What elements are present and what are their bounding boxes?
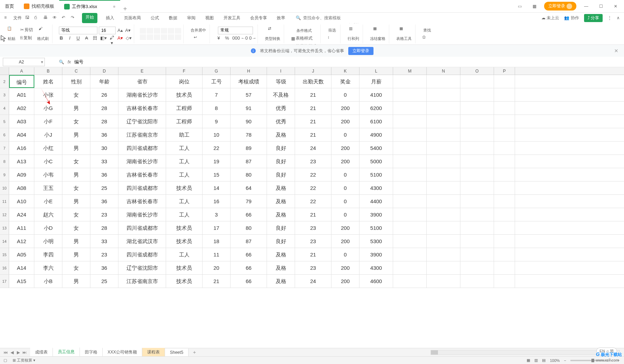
cell[interactable]: 江苏省南京市 — [118, 128, 166, 141]
strike-button[interactable]: A — [83, 35, 90, 41]
col-header-J[interactable]: J — [295, 67, 331, 75]
cell[interactable] — [494, 235, 515, 248]
cell[interactable]: 吉林省长春市 — [118, 195, 166, 208]
cell[interactable]: 4300 — [359, 261, 393, 274]
cell[interactable]: 19 — [203, 155, 231, 168]
cell[interactable]: 良好 — [267, 221, 295, 234]
cell[interactable]: 月薪 — [359, 75, 393, 88]
cell[interactable]: 湖南省长沙市 — [118, 155, 166, 168]
cell[interactable]: A15 — [9, 275, 34, 288]
align-left[interactable] — [140, 34, 146, 40]
cell[interactable]: 5100 — [359, 168, 393, 181]
tab-workbook[interactable]: 工作簿3.xlsx — [59, 0, 120, 13]
cell[interactable]: A08 — [9, 181, 34, 194]
dec-inc-button[interactable]: ←0 — [241, 35, 247, 41]
cell[interactable]: 36 — [90, 261, 118, 274]
row-header[interactable]: 10 — [0, 181, 9, 194]
cell[interactable] — [393, 261, 427, 274]
cell[interactable] — [393, 102, 427, 115]
cell[interactable]: 21 — [295, 248, 331, 261]
cell[interactable]: 女 — [62, 115, 90, 128]
cell[interactable]: 200 — [331, 221, 359, 234]
sheet-first[interactable]: ⏮ — [3, 350, 8, 355]
row-header[interactable]: 17 — [0, 275, 9, 288]
orientation[interactable] — [175, 28, 181, 34]
cell[interactable]: 0 — [331, 248, 359, 261]
sheet-tab[interactable]: Sheet5 — [165, 349, 188, 356]
cell[interactable]: 66 — [231, 275, 267, 288]
cell[interactable]: 15 — [203, 168, 231, 181]
cell[interactable] — [460, 155, 494, 168]
infobar-login-button[interactable]: 立即登录 — [348, 47, 373, 55]
cell[interactable]: 26 — [90, 88, 118, 101]
col-header-L[interactable]: L — [359, 67, 393, 75]
cell[interactable] — [393, 221, 427, 234]
cell[interactable]: 小G — [34, 102, 62, 115]
cell[interactable]: 4100 — [359, 88, 393, 101]
cell[interactable] — [393, 168, 427, 181]
col-header-N[interactable]: N — [427, 67, 460, 75]
align-top-center[interactable] — [147, 28, 153, 34]
font-shrink-button[interactable]: A▾ — [125, 27, 131, 34]
cell[interactable]: 及格 — [267, 261, 295, 274]
cell[interactable]: 男 — [62, 248, 90, 261]
cell[interactable]: 23 — [90, 248, 118, 261]
cell[interactable]: 66 — [231, 248, 267, 261]
cell[interactable]: A01 — [9, 88, 34, 101]
cell[interactable]: 四川省成都市 — [118, 221, 166, 234]
col-header-M[interactable]: M — [393, 67, 427, 75]
cell[interactable]: 四川省成都市 — [118, 142, 166, 154]
sheet-tab[interactable]: XXX公司销售额 — [103, 348, 142, 357]
cell[interactable]: 21 — [295, 88, 331, 101]
cell[interactable]: 李六 — [34, 261, 62, 274]
cell[interactable]: 及格 — [267, 195, 295, 208]
cell[interactable]: 5300 — [359, 235, 393, 248]
highlight-button[interactable]: 🖍▾ — [109, 35, 115, 41]
cell[interactable]: 20 — [203, 261, 231, 274]
col-header-K[interactable]: K — [331, 67, 359, 75]
freeze-button[interactable]: ▦冻结窗格 — [369, 26, 387, 42]
cell[interactable] — [494, 208, 515, 221]
cell[interactable] — [427, 181, 460, 194]
select-all-corner[interactable] — [0, 67, 9, 75]
col-header-G[interactable]: G — [203, 67, 231, 75]
cell[interactable]: 辽宁省沈阳市 — [118, 115, 166, 128]
cell[interactable]: 200 — [331, 142, 359, 154]
add-sheet-button[interactable]: ＋ — [188, 349, 200, 356]
cell[interactable] — [393, 181, 427, 194]
cell[interactable]: 技术员 — [166, 235, 203, 248]
cell[interactable]: 28 — [90, 115, 118, 128]
cell[interactable]: A13 — [9, 155, 34, 168]
cell[interactable] — [460, 261, 494, 274]
cell[interactable]: 及格 — [267, 275, 295, 288]
cell[interactable]: 90 — [231, 115, 267, 128]
cell[interactable] — [460, 221, 494, 234]
zoom-thumb[interactable] — [591, 359, 594, 362]
cell[interactable]: 男 — [62, 195, 90, 208]
tab-start[interactable]: 开始 — [82, 13, 97, 23]
row-header[interactable]: 14 — [0, 235, 9, 248]
filter-button[interactable]: ▼筛选 — [326, 23, 338, 34]
undo-icon[interactable]: ↶ — [62, 15, 67, 21]
infobar-close-button[interactable]: ✕ — [614, 48, 618, 54]
col-header-O[interactable]: O — [460, 67, 494, 75]
number-format-select[interactable] — [218, 27, 253, 34]
cell[interactable] — [427, 88, 460, 101]
cell[interactable] — [494, 261, 515, 274]
cell[interactable] — [427, 128, 460, 141]
cell[interactable]: 25 — [90, 181, 118, 194]
cell[interactable]: 及格 — [267, 128, 295, 141]
indent-inc[interactable] — [168, 28, 174, 34]
cell[interactable]: 200 — [331, 275, 359, 288]
cell[interactable]: 年龄 — [90, 75, 118, 88]
cell[interactable] — [393, 75, 427, 88]
copy-button[interactable]: ⎘ 复制 — [19, 34, 34, 42]
table-tools-button[interactable]: ▦表格工具 — [395, 26, 413, 42]
cell[interactable]: 辽宁省沈阳市 — [118, 261, 166, 274]
cell[interactable]: 0 — [331, 195, 359, 208]
cell[interactable] — [427, 261, 460, 274]
cell[interactable]: 7 — [203, 88, 231, 101]
cell[interactable] — [393, 128, 427, 141]
selected-cell[interactable]: 编号 — [9, 75, 34, 88]
cell[interactable] — [494, 181, 515, 194]
